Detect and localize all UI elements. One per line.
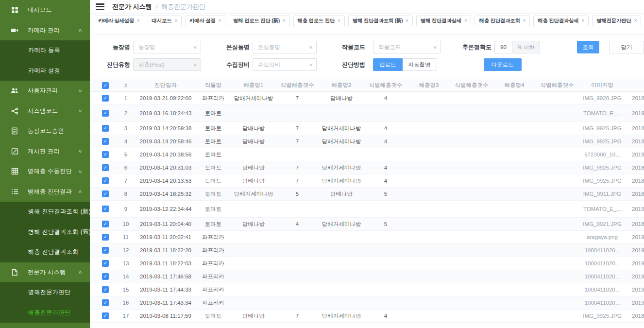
tab-close-icon[interactable]: ×	[523, 18, 526, 23]
close-button[interactable]: 닫기	[609, 41, 644, 53]
row-checkbox[interactable]: ✓	[102, 177, 109, 184]
sidebar-item-board-management[interactable]: 게시판 관리∨	[0, 141, 90, 162]
greenhouse-select[interactable]: 온실동명 ∨	[253, 41, 317, 53]
method-upload-button[interactable]: 업로드	[373, 58, 403, 71]
download-button[interactable]: 다운로드	[484, 58, 522, 71]
sidebar-subitem-camera-settings[interactable]: 카메라 설정	[0, 61, 90, 81]
row-checkbox[interactable]: ✓	[102, 273, 109, 280]
row-checkbox[interactable]: ✓	[102, 247, 109, 254]
device-label: 수집장비	[201, 61, 250, 69]
tab-close-icon[interactable]: ×	[581, 18, 584, 23]
row-checkbox[interactable]: ✓	[102, 164, 109, 171]
search-button[interactable]: 조회	[577, 41, 599, 53]
sidebar-item-expert-system[interactable]: 전문가 시스템∧	[0, 262, 90, 283]
row-checkbox[interactable]: ✓	[102, 299, 109, 306]
tab-disease-expert-judgment[interactable]: 병해전문가판단×	[592, 16, 641, 26]
chevron-down-icon: ∨	[433, 45, 438, 50]
method-toggle: 업로드 자동촬영	[373, 58, 437, 71]
row-checkbox[interactable]: ✓	[102, 125, 109, 132]
table-row[interactable]: ✓62019-03-14 20:31:03토마토담배나방7담배거세미나방4IMG…	[90, 161, 644, 174]
tab-dashboard[interactable]: 대시보드×	[148, 16, 182, 26]
cell: 토마토	[195, 151, 232, 158]
table-row[interactable]: ✓92019-03-12 22:34:44토마토TOMATO_E_...2019	[90, 201, 644, 218]
tab-pest-diagnosis-detail[interactable]: 해충 진단결과상세×	[533, 16, 589, 26]
sidebar-item-system-code[interactable]: 시스템코드∨	[0, 101, 90, 121]
table-row[interactable]: ✓162019-03-11 17:43:34파프리카1000411020...2…	[90, 296, 644, 310]
sidebar-item-pest-diagnosis-results[interactable]: 병해충 진단결과∧	[0, 182, 90, 202]
farm-select[interactable]: 농장명 ∨	[133, 41, 201, 53]
table-row[interactable]: ✓52019-03-14 20:38:56토마토5723000_10...201…	[90, 148, 644, 161]
sidebar-subitem-camera-register[interactable]: 카메라 등록	[0, 40, 90, 61]
table-row[interactable]: ✓82019-03-14 18:25:32토마토담배거세미나방5담배나방5IMG…	[90, 188, 644, 201]
crop-code-select-placeholder: 작물코드	[378, 44, 401, 51]
tab-close-icon[interactable]: ×	[634, 18, 637, 23]
tab-close-icon[interactable]: ×	[464, 18, 467, 23]
sidebar-item-label: 병해 진단결과조회 (新)	[28, 207, 90, 216]
filter-row-1: 농장명 농장명 ∨ 온실동명 온실동명 ∨ 작물코드 작물코드 ∨	[94, 41, 644, 53]
tab-label: 대시보드	[152, 17, 172, 24]
sidebar-subitem-disease-expert-judgment[interactable]: 병해전문가판단	[0, 282, 90, 303]
tab-disease-upload-diagnosis-new[interactable]: 병해 업로드 진단 (新)×	[229, 16, 289, 26]
tab-close-icon[interactable]: ×	[219, 18, 221, 23]
table-row[interactable]: ✓132019-03-11 18:22:03파프리카1000411020...2…	[90, 257, 644, 270]
sidebar-item-camera-management[interactable]: 카메라 관리∧	[0, 20, 90, 41]
breadcrumb-section[interactable]: 전문가 시스템	[112, 2, 152, 11]
row-checkbox[interactable]: ✓	[102, 110, 109, 117]
row-checkbox[interactable]: ✓	[102, 206, 109, 212]
cell: 파프리카	[195, 260, 232, 267]
row-checkbox[interactable]: ✓	[102, 234, 109, 241]
cell: 담배거세미나방	[319, 138, 364, 145]
sidebar-subitem-pest-diagnosis-results-view[interactable]: 해충 진단결과조회	[0, 242, 90, 262]
table-row[interactable]: ✓22019-03-16 18:24:43토마토TOMATO_E_...2019	[90, 105, 644, 122]
cell: 4	[364, 313, 407, 319]
accuracy-input[interactable]	[494, 41, 512, 53]
sidebar-item-farm-code-approval[interactable]: 농장코드승인	[0, 121, 90, 141]
sidebar-item-user-management[interactable]: 사용자관리∨	[0, 81, 90, 101]
row-checkbox[interactable]: ✓	[102, 221, 109, 227]
table-row[interactable]: ✓152019-03-11 17:44:33파프리카1000411020...2…	[90, 283, 644, 296]
tab-camera-detail-settings[interactable]: 카메라 상세설정×	[94, 16, 144, 26]
table-row[interactable]: ✓172019-03-08 11:17:59토마토담배나방7담배거세미나방4IM…	[90, 310, 644, 323]
table-row[interactable]: ✓142019-03-11 17:46:58파프리카1000411020...2…	[90, 270, 644, 283]
table-row[interactable]: ✓12019-03-21 09:22:00파프리카담배거세미나방7담배나방4IM…	[90, 92, 644, 105]
tab-camera-settings[interactable]: 카메라 설정×	[185, 16, 225, 26]
diagnosis-type-select[interactable]: 해충(Pest) ∨	[133, 58, 201, 71]
row-checkbox[interactable]: ✓	[102, 151, 109, 158]
row-checkbox[interactable]: ✓	[102, 95, 109, 102]
cell: 담배나방	[232, 164, 275, 172]
method-auto-button[interactable]: 자동촬영	[403, 58, 437, 71]
row-checkbox[interactable]: ✓	[102, 190, 109, 197]
tab-close-icon[interactable]: ×	[283, 18, 286, 23]
select-all-checkbox[interactable]: ✓	[102, 82, 109, 89]
table-row[interactable]: ✓32019-03-14 20:59:38토마토담배나방7담배거세미나방4IMG…	[90, 122, 644, 135]
tab-close-icon[interactable]: ×	[406, 18, 408, 23]
tab-pest-upload-diagnosis[interactable]: 해충 업로드 진단×	[293, 16, 345, 26]
table-row[interactable]: ✓42019-03-14 20:58:46토마토담배나방7담배거세미나방4IMG…	[90, 135, 644, 148]
tab-close-icon[interactable]: ×	[174, 18, 177, 23]
device-select[interactable]: 수집장비 ∨	[253, 58, 317, 71]
table-row[interactable]: ✓112019-03-11 20:02:41파프리카aragaya.png201…	[90, 231, 644, 244]
sidebar-subitem-disease-diagnosis-results-new[interactable]: 병해 진단결과조회 (新)	[0, 202, 90, 222]
row-checkbox[interactable]: ✓	[102, 138, 109, 145]
chevron-down-icon: ∨	[309, 45, 313, 50]
row-checkbox[interactable]: ✓	[102, 286, 109, 293]
crop-code-select[interactable]: 작물코드 ∨	[373, 41, 441, 53]
row-checkbox[interactable]: ✓	[102, 312, 109, 319]
table-row[interactable]: ✓102019-03-11 20:04:40토마토담배나방4담배거세미나방5IM…	[90, 218, 644, 231]
sidebar-item-dashboard[interactable]: 대시보드	[0, 0, 90, 20]
tab-pest-diagnosis-results[interactable]: 해충 진단결과조회×	[475, 16, 530, 26]
table-row[interactable]: ✓72019-03-14 20:13:53토마토담배나방7담배거세미나방4IMG…	[90, 174, 644, 188]
sidebar-subitem-pest-expert-judgment[interactable]: 해충전문가판단	[0, 303, 90, 323]
checkbox-cell: ✓	[96, 299, 115, 306]
cell: 담배거세미나방	[319, 312, 364, 320]
tab-disease-diagnosis-results-new[interactable]: 병해 진단결과조회 (新)×	[348, 16, 413, 26]
cell: 2019-03-14 20:59:38	[136, 125, 195, 131]
table-row[interactable]: ✓122019-03-11 18:22:20파프리카1000411020...2…	[90, 244, 644, 257]
menu-icon[interactable]	[96, 3, 104, 10]
tab-disease-diagnosis-detail[interactable]: 병해 진단결과상세×	[416, 16, 472, 26]
row-checkbox[interactable]: ✓	[102, 260, 109, 267]
tab-close-icon[interactable]: ×	[338, 18, 340, 23]
sidebar-item-pest-manual-diagnosis[interactable]: 병해충 수동진단∨	[0, 161, 90, 182]
tab-close-icon[interactable]: ×	[137, 18, 140, 23]
sidebar-subitem-disease-diagnosis-results-old[interactable]: 병해 진단결과조회 (舊)	[0, 222, 90, 242]
